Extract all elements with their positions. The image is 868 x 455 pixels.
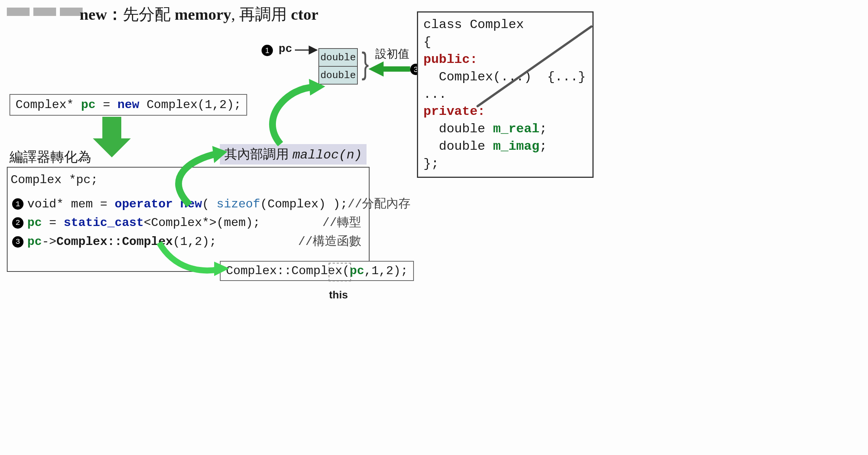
l1-mid: ( (202, 197, 216, 211)
bullet-pc-icon: 1 (262, 45, 273, 56)
comment-2: //轉型 (323, 213, 369, 232)
mem-cell-1: double (319, 66, 357, 84)
keyword-sizeof: sizeof (216, 197, 260, 211)
arrow-init-icon (368, 61, 410, 77)
this-highlight-box (329, 263, 351, 281)
title-en1: memory (175, 6, 231, 23)
ident-pc: pc (81, 98, 96, 112)
svg-rect-0 (102, 117, 121, 140)
l1-post: (Complex) ); (260, 197, 348, 211)
slide: new：先分配 memory, 再調用 ctor Complex* pc = n… (0, 0, 868, 455)
l1-pre: void* mem = (27, 197, 114, 211)
title-cn2: , 再調用 (231, 6, 291, 23)
comment-1: //分配內存 (348, 195, 418, 214)
arrow-curve-mem (273, 87, 315, 144)
bullet-3-icon: 3 (12, 236, 24, 248)
label-init: 設初值 (375, 46, 409, 62)
malloc-close: ) (354, 148, 362, 162)
member-real: m_real (493, 122, 539, 136)
malloc-cn: 其內部調用 (224, 147, 292, 161)
code-expanded: Complex *pc; 1 void* mem = operator new(… (7, 167, 370, 272)
class-line2: { (423, 34, 586, 51)
l2-mid2: <Complex*>(mem); (144, 216, 260, 230)
keyword-static-cast: static_cast (64, 216, 144, 230)
member-imag: m_imag (493, 139, 539, 154)
class-line1: class Complex (423, 16, 586, 34)
ctor-args: (1,2); (173, 235, 216, 249)
ctor-call: Complex(1,2); (139, 98, 241, 112)
arrow-op: -> (42, 235, 56, 249)
class-close: }; (423, 155, 586, 173)
label-compiler-transform: 編譯器轉化為 (9, 148, 91, 166)
semi: ; (539, 122, 547, 136)
ctor-qualified: Complex::Complex (56, 235, 173, 249)
mem-cell-0: double (319, 49, 357, 66)
title-en2: ctor (291, 6, 318, 23)
bullet-1-icon: 1 (12, 198, 24, 210)
access-private: private: (423, 104, 485, 119)
ident-pc: pc (349, 264, 364, 278)
malloc-open: malloc( (292, 148, 346, 162)
eq-text: = (96, 98, 118, 112)
class-ctor: Complex(...) {...} (423, 69, 586, 86)
line-1: 1 void* mem = operator new( sizeof(Compl… (11, 195, 369, 214)
this-label: this (329, 289, 348, 301)
semi: ; (539, 139, 547, 154)
label-malloc: 其內部調用 malloc(n) (220, 144, 367, 165)
member-imag-type: double (423, 139, 493, 154)
class-ellipsis: ... (423, 86, 586, 104)
title-cn1: 先分配 (123, 6, 175, 23)
member-real-type: double (423, 122, 493, 136)
line-2: 2 pc = static_cast<Complex*>(mem); //轉型 (11, 213, 369, 232)
line2-code: pc = static_cast<Complex*>(mem); (27, 213, 260, 232)
pc-pointer-label: pc (279, 42, 292, 55)
ctor-post: ,1,2); (364, 264, 408, 278)
decor-bars (7, 8, 83, 16)
keyword-new: new (118, 98, 139, 112)
code-new-expression: Complex* pc = new Complex(1,2); (9, 94, 247, 116)
title-prefix: new： (80, 6, 123, 23)
line3-code: pc->Complex::Complex(1,2); (27, 232, 216, 251)
l2-mid1: = (42, 216, 64, 230)
line-3: 3 pc->Complex::Complex(1,2); //構造函數 (11, 232, 369, 251)
class-definition: class Complex { public: Complex(...) {..… (417, 11, 594, 178)
access-public: public: (423, 52, 478, 67)
type-text: Complex* (16, 98, 81, 112)
code-ctor-explicit: Complex::Complex(pc,1,2); (220, 261, 414, 281)
brace-icon: } (362, 46, 369, 81)
ident-pc: pc (27, 216, 42, 230)
malloc-n: n (346, 148, 354, 162)
malloc-fn: malloc(n) (292, 148, 362, 162)
slide-title: new：先分配 memory, 再調用 ctor (80, 4, 318, 25)
ident-pc: pc (27, 235, 42, 249)
bullet-2-icon: 2 (12, 217, 24, 229)
keyword-operator-new: operator new (114, 197, 202, 211)
comment-3: //構造函數 (298, 232, 369, 251)
line1-code: void* mem = operator new( sizeof(Complex… (27, 195, 348, 214)
memory-block: double double (318, 48, 358, 85)
decl-line: Complex *pc; (11, 171, 369, 190)
arrow-down-icon (93, 117, 131, 157)
